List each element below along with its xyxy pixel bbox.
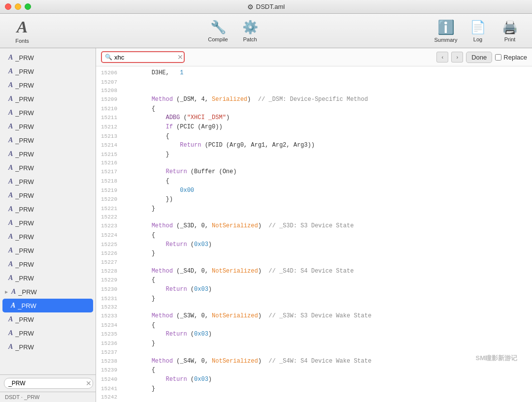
sidebar-list-item[interactable]: A_PRW (0, 161, 96, 175)
line-number: 15221 (101, 205, 123, 213)
search-clear-icon[interactable]: ✕ (177, 53, 183, 61)
code-line: 15225 Return (0x03) (96, 240, 532, 249)
token-cmt: // _DSM: Device-Specific Method (258, 96, 368, 103)
sidebar-list-item[interactable]: A_PRW (0, 326, 96, 340)
token-plain: ( (180, 114, 187, 121)
toolbar-item-patch[interactable]: ⚙️ Patch (235, 17, 265, 45)
code-line: 15213 { (96, 132, 532, 141)
sidebar-list-item[interactable]: A_PRW (0, 51, 96, 64)
line-content: Return (0x03) (123, 375, 527, 384)
title-icon: ⚙ (247, 3, 254, 11)
line-content: If (PCIC (Arg0)) (123, 123, 527, 132)
token-arg: NotSerialized (212, 358, 258, 365)
sidebar-list-item[interactable]: ▶A_PRW (0, 285, 96, 299)
line-number: 15212 (101, 123, 123, 131)
sidebar-breadcrumb: DSDT · _PRW (0, 392, 96, 402)
search-prev-button[interactable]: ‹ (436, 52, 448, 62)
token-cmt: // _S4D: S4 Device State (268, 268, 354, 275)
sidebar-list-item[interactable]: A_PRW (0, 64, 96, 78)
sidebar-list-item[interactable]: A_PRW (0, 175, 96, 188)
sidebar-list-item[interactable]: A_PRW (2, 299, 93, 312)
minimize-button[interactable] (15, 3, 21, 10)
line-number: 15225 (101, 241, 123, 249)
sidebar-list-item[interactable]: A_PRW (0, 230, 96, 244)
code-line: 15240 Return (0x03) (96, 375, 532, 384)
toolbar-item-compile[interactable]: 🔧 Compile (203, 17, 233, 45)
code-line: 15208 (96, 87, 532, 95)
sidebar-list-item[interactable]: A_PRW (0, 312, 96, 326)
token-kw: Return (123, 142, 201, 149)
item-font-icon: A (11, 302, 15, 309)
sidebar-list-item[interactable]: A_PRW (0, 202, 96, 216)
item-font-icon: A (8, 123, 13, 130)
line-content: Return (Buffer (One) (123, 167, 527, 177)
code-line: 15229 { (96, 276, 532, 285)
sidebar-list-item[interactable]: A_PRW (0, 340, 96, 354)
search-done-button[interactable]: Done (466, 52, 492, 63)
code-line: 15235 Return (0x03) (96, 330, 532, 339)
search-input[interactable] (114, 54, 173, 61)
window-title: ⚙ DSDT.aml (247, 3, 285, 11)
line-number: 15213 (101, 132, 123, 141)
token-kw: Method (123, 268, 173, 275)
replace-checkbox[interactable] (495, 54, 501, 61)
token-plain: ( (187, 376, 194, 383)
toolbar-item-fonts[interactable]: A Fonts (7, 15, 37, 46)
sidebar-search-clear-icon[interactable]: ✕ (86, 379, 92, 387)
item-font-icon: A (8, 150, 13, 158)
line-content: }) (123, 195, 527, 204)
sidebar-list-item[interactable]: A_PRW (0, 244, 96, 257)
sidebar-list-item[interactable]: A_PRW (0, 106, 96, 120)
code-line: 15226 } (96, 249, 532, 258)
sidebar-list-item[interactable]: A_PRW (0, 216, 96, 230)
toolbar-item-summary[interactable]: ℹ️ Summary (431, 17, 461, 45)
sidebar-list-item[interactable]: A_PRW (0, 147, 96, 161)
line-number: 15206 (101, 69, 123, 77)
line-number: 15220 (101, 195, 123, 204)
line-number: 15207 (101, 78, 123, 87)
maximize-button[interactable] (25, 3, 31, 10)
line-number: 15242 (101, 393, 123, 402)
sidebar-list-item[interactable]: A_PRW (0, 271, 96, 285)
code-line: 15222 (96, 213, 532, 221)
sidebar-footer: ✕ (0, 374, 96, 392)
sidebar-list-item[interactable]: A_PRW (0, 257, 96, 271)
close-button[interactable] (5, 3, 11, 10)
search-magnifier-icon: 🔍 (105, 54, 112, 61)
toolbar-item-print[interactable]: 🖨️ Print (495, 17, 525, 45)
token-plain: ) (258, 358, 269, 365)
item-font-icon: A (11, 288, 16, 296)
line-content: { (123, 366, 527, 375)
traffic-lights (5, 3, 31, 10)
token-plain: ) (247, 96, 258, 103)
token-plain: ) (258, 268, 269, 275)
token-num: 1 (180, 69, 183, 76)
sidebar-list-item[interactable]: A_PRW (0, 188, 96, 202)
toolbar-item-log[interactable]: 📄 Log (463, 17, 493, 45)
line-number: 15217 (101, 168, 123, 176)
item-font-icon: A (8, 95, 13, 103)
token-kw: Method (123, 222, 173, 229)
token-arg: Serialized (212, 96, 247, 103)
line-number: 15222 (101, 213, 123, 221)
sidebar-list-item[interactable]: A_PRW (0, 133, 96, 147)
line-number: 15237 (101, 348, 123, 357)
sidebar-list-item[interactable]: A_PRW (0, 120, 96, 133)
line-content: Return (0x03) (123, 330, 527, 339)
line-number: 15214 (101, 141, 123, 150)
sidebar-item-label: _PRW (15, 247, 33, 254)
sidebar-list-item[interactable]: A_PRW (0, 78, 96, 92)
line-number: 15235 (101, 330, 123, 339)
code-line: 15212 If (PCIC (Arg0)) (96, 123, 532, 132)
sidebar-search-input[interactable] (4, 378, 93, 389)
sidebar-list-item[interactable]: A_PRW (0, 92, 96, 106)
sidebar: A_PRWA_PRWA_PRWA_PRWA_PRWA_PRWA_PRWA_PRW… (0, 48, 96, 402)
summary-icon: ℹ️ (437, 19, 455, 35)
search-next-button[interactable]: › (451, 52, 463, 62)
replace-checkbox-wrapper: Replace (495, 54, 527, 61)
token-plain: } (123, 385, 155, 392)
token-plain: (Buffer (One) (187, 168, 237, 175)
item-font-icon: A (8, 329, 13, 337)
token-plain: }) (123, 196, 173, 203)
code-editor[interactable]: 15206 D3HE, 115207 1520815209 Method (_D… (96, 66, 532, 402)
